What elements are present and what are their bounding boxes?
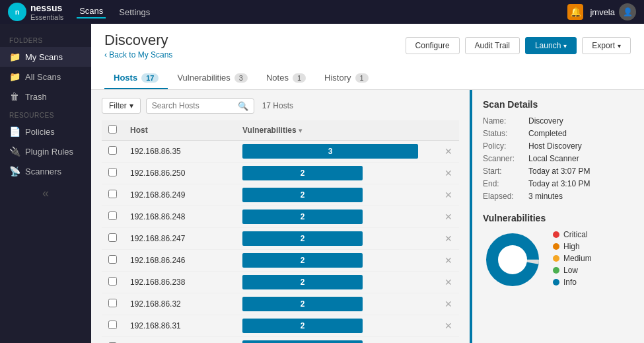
sidebar-item-myscans[interactable]: 📁 My Scans — [0, 47, 91, 67]
sidebar-myscans-label: My Scans — [25, 52, 63, 62]
host-count-label: 17 Hosts — [262, 101, 293, 110]
username: jmvela — [590, 7, 615, 17]
sidebar-item-policies[interactable]: 📄 Policies — [0, 122, 91, 141]
row-checkbox-4[interactable] — [108, 233, 117, 242]
vuln-cell: 2 — [236, 250, 438, 272]
logo-icon: n — [8, 3, 26, 21]
end-value: Today at 3:10 PM — [528, 179, 590, 188]
sidebar-item-allscans[interactable]: 📁 All Scans — [0, 67, 91, 87]
name-value: Discovery — [528, 116, 563, 126]
sort-icon: ▾ — [299, 127, 302, 134]
notes-count-badge: 1 — [293, 73, 306, 83]
host-cell: 192.168.86.246 — [124, 250, 236, 272]
vulns-count-badge: 3 — [234, 73, 248, 83]
vuln-cell: 2 — [236, 206, 438, 228]
sidebar: FOLDERS 📁 My Scans 📁 All Scans 🗑 Trash R… — [0, 24, 91, 343]
notification-bell[interactable]: 🔔 — [567, 4, 583, 20]
policy-label: Policy: — [483, 141, 526, 151]
table-row: 192.168.86.246 2 ✕ — [102, 250, 459, 272]
vuln-cell: 2 — [236, 228, 438, 250]
detail-end: End: Today at 3:10 PM — [483, 179, 633, 188]
sidebar-policies-label: Policies — [25, 127, 55, 137]
configure-button[interactable]: Configure — [406, 37, 460, 54]
trash-icon: 🗑 — [9, 91, 20, 102]
row-checkbox-8[interactable] — [108, 321, 117, 329]
tab-notes[interactable]: Notes 1 — [257, 67, 315, 89]
remove-row-button[interactable]: ✕ — [445, 233, 452, 244]
tab-vulnerabilities[interactable]: Vulnerabilities 3 — [168, 67, 257, 89]
myscans-icon: 📁 — [9, 52, 20, 62]
vuln-cell: 2 — [236, 184, 438, 206]
audit-trail-button[interactable]: Audit Trail — [465, 37, 520, 54]
host-cell: 192.168.86.30 — [124, 337, 236, 344]
topnav: n nessus Essentials Scans Settings 🔔 jmv… — [0, 0, 644, 24]
detail-status: Status: Completed — [483, 129, 633, 138]
info-dot — [553, 279, 559, 286]
vuln-cell: 2 — [236, 315, 438, 337]
topnav-settings-link[interactable]: Settings — [116, 7, 153, 17]
vuln-cell: 2 — [236, 293, 438, 315]
end-label: End: — [483, 179, 526, 188]
header-actions: Configure Audit Trail Launch ▾ Export ▾ — [406, 37, 631, 54]
select-all-checkbox[interactable] — [108, 125, 117, 133]
remove-row-button[interactable]: ✕ — [445, 146, 452, 157]
sidebar-item-scanners[interactable]: 📡 Scanners — [0, 161, 91, 181]
start-value: Today at 3:07 PM — [528, 167, 590, 176]
svg-text:n: n — [15, 8, 20, 16]
row-checkbox-7[interactable] — [108, 299, 117, 307]
medium-dot — [553, 255, 559, 262]
remove-row-button[interactable]: ✕ — [445, 255, 452, 266]
row-checkbox-5[interactable] — [108, 255, 117, 264]
vuln-cell: 2 — [236, 272, 438, 293]
row-checkbox-2[interactable] — [108, 190, 117, 198]
filter-bar: Filter ▾ 🔍 17 Hosts — [102, 98, 459, 114]
search-box[interactable]: 🔍 — [146, 98, 254, 114]
legend-medium: Medium — [553, 254, 592, 263]
vulnerabilities-column-header[interactable]: Vulnerabilities ▾ — [236, 120, 438, 141]
brand-name: nessus — [30, 3, 62, 13]
scanner-label: Scanner: — [483, 154, 526, 163]
name-label: Name: — [483, 116, 526, 126]
scanner-value: Local Scanner — [528, 154, 579, 163]
search-input[interactable] — [152, 101, 238, 110]
policy-value: Host Discovery — [528, 141, 582, 151]
remove-row-button[interactable]: ✕ — [445, 168, 452, 178]
filter-button[interactable]: Filter ▾ — [102, 98, 141, 114]
legend-high: High — [553, 242, 592, 251]
detail-elapsed: Elapsed: 3 minutes — [483, 192, 633, 201]
host-cell: 192.168.86.248 — [124, 206, 236, 228]
row-checkbox-1[interactable] — [108, 168, 117, 176]
export-button[interactable]: Export ▾ — [582, 37, 631, 54]
detail-scanner: Scanner: Local Scanner — [483, 154, 633, 163]
remove-row-button[interactable]: ✕ — [445, 190, 452, 200]
vulnerabilities-section: Vulnerabilities — [483, 213, 633, 289]
scanners-icon: 📡 — [9, 166, 20, 176]
tab-history[interactable]: History 1 — [315, 67, 378, 89]
sidebar-item-trash[interactable]: 🗑 Trash — [0, 87, 91, 106]
tab-hosts[interactable]: Hosts 17 — [104, 67, 168, 89]
sidebar-item-pluginrules[interactable]: 🔌 Plugin Rules — [0, 141, 91, 161]
remove-row-button[interactable]: ✕ — [445, 299, 452, 309]
logo: n nessus Essentials — [8, 3, 63, 21]
row-checkbox-6[interactable] — [108, 277, 117, 286]
table-row: 192.168.86.32 2 ✕ — [102, 293, 459, 315]
row-checkbox-3[interactable] — [108, 211, 117, 220]
table-row: 192.168.86.247 2 ✕ — [102, 228, 459, 250]
start-label: Start: — [483, 167, 526, 176]
legend-critical: Critical — [553, 230, 592, 239]
user-chip[interactable]: jmvela 👤 — [590, 3, 636, 20]
sidebar-collapse-button[interactable]: « — [0, 181, 91, 206]
remove-row-button[interactable]: ✕ — [445, 277, 452, 287]
filter-chevron-icon: ▾ — [129, 101, 133, 110]
low-dot — [553, 267, 559, 274]
remove-row-button[interactable]: ✕ — [445, 211, 452, 222]
remove-row-button[interactable]: ✕ — [445, 321, 452, 331]
launch-button[interactable]: Launch ▾ — [525, 37, 577, 54]
topnav-scans-link[interactable]: Scans — [77, 6, 106, 19]
row-checkbox-0[interactable] — [108, 146, 117, 155]
folders-title: FOLDERS — [0, 32, 91, 47]
table-row: 192.168.86.30 2 ✕ — [102, 337, 459, 344]
vuln-chart-area: Critical High Medium — [483, 230, 633, 289]
back-to-myscans-link[interactable]: ‹ Back to My Scans — [104, 50, 172, 59]
donut-chart — [483, 230, 542, 289]
